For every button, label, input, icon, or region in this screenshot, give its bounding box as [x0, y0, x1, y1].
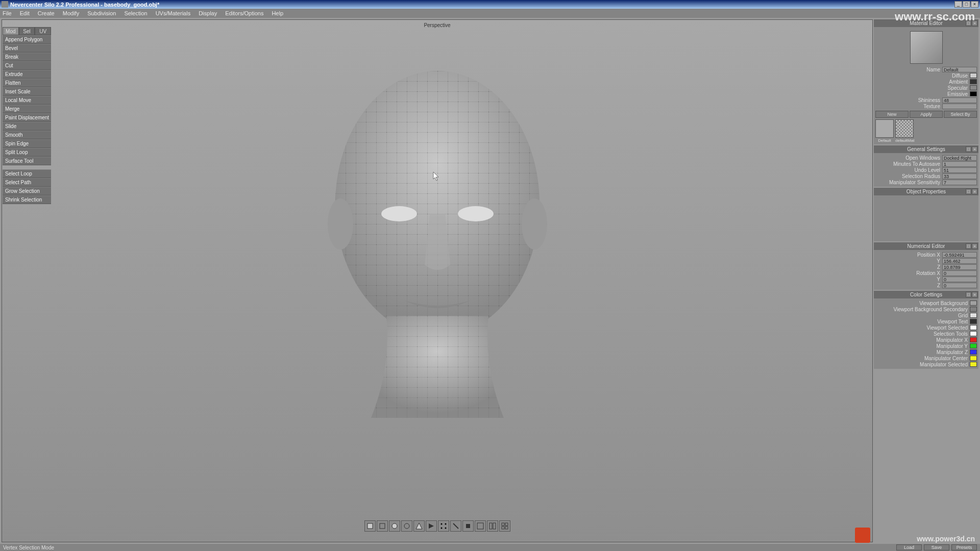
- panel-close-button[interactable]: ×: [972, 189, 977, 194]
- material-name-field[interactable]: Default: [942, 67, 977, 72]
- menu-display[interactable]: Display: [199, 10, 217, 16]
- menu-help[interactable]: Help: [272, 10, 283, 16]
- tool-append-polygon[interactable]: Append Polygon: [3, 35, 51, 44]
- sel-vertex-icon[interactable]: [438, 520, 449, 532]
- shininess-field[interactable]: 48: [942, 97, 977, 103]
- sel-edge-icon[interactable]: [450, 520, 461, 532]
- menu-editorsoptions[interactable]: Editors/Options: [225, 10, 263, 16]
- position-x-field[interactable]: -0.592491: [942, 252, 977, 258]
- position-y-field[interactable]: 156.462: [942, 258, 977, 264]
- material-thumb-defaultmat[interactable]: defaultMat: [895, 119, 914, 143]
- watermark-url-bottom: www.power3d.cn: [917, 535, 975, 543]
- presets-button[interactable]: Presets: [951, 544, 977, 550]
- panel-undock-button[interactable]: □: [966, 243, 971, 249]
- specular-swatch[interactable]: [970, 85, 977, 90]
- color-swatch-manipulator-center[interactable]: [970, 356, 977, 361]
- menu-selection[interactable]: Selection: [124, 10, 147, 16]
- new-material-button[interactable]: New: [875, 111, 909, 118]
- open-windows-dropdown[interactable]: Docked Right: [942, 155, 977, 161]
- menu-uvsmaterials[interactable]: UVs/Materials: [156, 10, 190, 16]
- tool-merge[interactable]: Merge: [3, 105, 51, 113]
- view-2-icon[interactable]: [487, 520, 498, 532]
- menubar: FileEditCreateModifySubdivisionSelection…: [0, 9, 980, 18]
- maximize-button[interactable]: □: [963, 1, 970, 8]
- tool-select-loop[interactable]: Select Loop: [3, 169, 51, 178]
- color-swatch-manipulator-selected[interactable]: [970, 362, 977, 367]
- tool-extrude[interactable]: Extrude: [3, 70, 51, 79]
- autosave-field[interactable]: 1: [942, 161, 977, 167]
- position-z-field[interactable]: 10.8789: [942, 264, 977, 270]
- ambient-swatch[interactable]: [970, 79, 977, 84]
- emissive-swatch[interactable]: [970, 91, 977, 96]
- tool-paint-displacement[interactable]: Paint Displacement: [3, 113, 51, 122]
- apply-material-button[interactable]: Apply: [910, 111, 943, 118]
- menu-subdivision[interactable]: Subdivision: [87, 10, 116, 16]
- undo-level-field[interactable]: 51: [942, 167, 977, 173]
- svg-rect-24: [505, 527, 508, 529]
- shade-mode-5[interactable]: [413, 520, 425, 532]
- tool-surface-tool[interactable]: Surface Tool: [3, 157, 51, 165]
- close-button[interactable]: ×: [971, 1, 978, 8]
- menu-edit[interactable]: Edit: [20, 10, 30, 16]
- sel-face-icon[interactable]: [462, 520, 474, 532]
- view-4-icon[interactable]: [499, 520, 510, 532]
- panel-title: Numerical Editor: [908, 243, 945, 249]
- tool-inset-scale[interactable]: Inset Scale: [3, 87, 51, 96]
- label: Emissive: [875, 91, 970, 97]
- shade-mode-2[interactable]: [377, 520, 388, 532]
- material-thumb-default[interactable]: Default: [875, 119, 894, 143]
- rotation-y-field[interactable]: 0: [942, 277, 977, 282]
- tool-break[interactable]: Break: [3, 53, 51, 61]
- sel-object-icon[interactable]: [426, 520, 437, 532]
- menu-file[interactable]: File: [3, 10, 12, 16]
- color-swatch-viewport-text[interactable]: [970, 319, 977, 324]
- rotation-x-field[interactable]: 0: [942, 270, 977, 276]
- viewport[interactable]: Perspective: [2, 19, 873, 542]
- panel-close-button[interactable]: ×: [972, 243, 977, 249]
- tool-slide[interactable]: Slide: [3, 122, 51, 131]
- view-1-icon[interactable]: [475, 520, 486, 532]
- manipulator-sensitivity-field[interactable]: 7: [942, 180, 977, 185]
- color-swatch-viewport-background[interactable]: [970, 300, 977, 306]
- panel-undock-button[interactable]: □: [966, 292, 971, 297]
- tab-mod[interactable]: Mod: [3, 27, 19, 35]
- save-button[interactable]: Save: [924, 544, 949, 550]
- tab-uv[interactable]: UV: [35, 27, 51, 35]
- menu-create[interactable]: Create: [38, 10, 55, 16]
- label: Manipulator Sensitivity: [875, 180, 942, 185]
- color-swatch-grid[interactable]: [970, 313, 977, 318]
- color-swatch-selection-tools[interactable]: [970, 331, 977, 336]
- minimize-button[interactable]: _: [954, 1, 962, 8]
- select-by-material-button[interactable]: Select By: [944, 111, 977, 118]
- tab-sel[interactable]: Sel: [19, 27, 35, 35]
- color-swatch-manipulator-x[interactable]: [970, 337, 977, 342]
- color-swatch-manipulator-y[interactable]: [970, 343, 977, 348]
- shade-mode-3[interactable]: [389, 520, 400, 532]
- texture-field[interactable]: [942, 104, 977, 109]
- selection-radius-field[interactable]: 33: [942, 173, 977, 179]
- tool-local-move[interactable]: Local Move: [3, 96, 51, 105]
- tool-split-loop[interactable]: Split Loop: [3, 148, 51, 157]
- color-swatch-viewport-background-secondary[interactable]: [970, 307, 977, 312]
- color-swatch-viewport-selected[interactable]: [970, 325, 977, 330]
- panel-close-button[interactable]: ×: [972, 146, 977, 152]
- tool-smooth[interactable]: Smooth: [3, 131, 51, 139]
- tool-select-path[interactable]: Select Path: [3, 178, 51, 187]
- diffuse-swatch[interactable]: [970, 73, 977, 78]
- panel-undock-button[interactable]: □: [966, 189, 971, 194]
- tool-grow-selection[interactable]: Grow Selection: [3, 187, 51, 195]
- shade-mode-4[interactable]: [401, 520, 412, 532]
- panel-undock-button[interactable]: □: [966, 146, 971, 152]
- tool-bevel[interactable]: Bevel: [3, 44, 51, 53]
- color-swatch-manipulator-z[interactable]: [970, 349, 977, 355]
- rotation-z-field[interactable]: 0: [942, 283, 977, 288]
- tool-shrink-selection[interactable]: Shrink Selection: [3, 195, 51, 204]
- tool-spin-edge[interactable]: Spin Edge: [3, 139, 51, 148]
- panel-close-button[interactable]: ×: [972, 292, 977, 297]
- menu-modify[interactable]: Modify: [63, 10, 79, 16]
- tool-cut[interactable]: Cut: [3, 61, 51, 70]
- load-button[interactable]: Load: [896, 544, 922, 550]
- label: Position X: [875, 252, 942, 258]
- shade-mode-1[interactable]: [364, 520, 376, 532]
- tool-flatten[interactable]: Flatten: [3, 79, 51, 87]
